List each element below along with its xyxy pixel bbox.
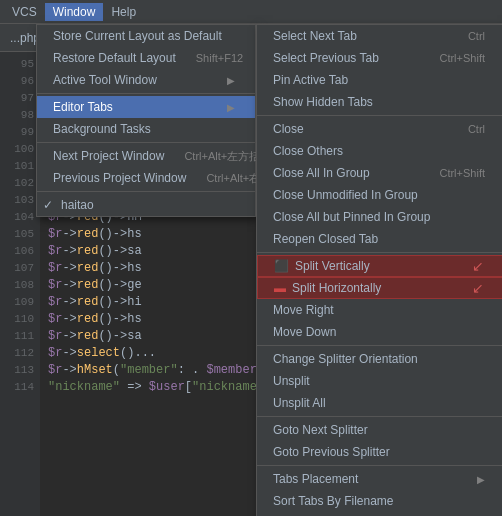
divider [257, 252, 502, 253]
menu-haitao[interactable]: ✓ haitao [37, 194, 255, 216]
menu-next-project[interactable]: Next Project Window Ctrl+Alt+左方括号 [37, 145, 255, 167]
divider [257, 115, 502, 116]
menu-split-vertically[interactable]: ⬛ Split Vertically ↙ [257, 255, 502, 277]
menubar-vcs[interactable]: VCS [4, 3, 45, 21]
menu-close-label: Close [273, 122, 304, 136]
split-vert-icon: ⬛ [274, 259, 289, 273]
split-vert-arrow-icon: ↙ [472, 258, 484, 274]
menu-unsplit-label: Unsplit [273, 374, 310, 388]
menu-move-down[interactable]: Move Down [257, 321, 502, 343]
menubar-help[interactable]: Help [103, 3, 144, 21]
menu-pin-active-tab[interactable]: Pin Active Tab [257, 69, 502, 91]
menu-show-hidden-tabs[interactable]: Show Hidden Tabs [257, 91, 502, 113]
menu-goto-prev-splitter[interactable]: Goto Previous Splitter [257, 441, 502, 463]
menu-next-project-label: Next Project Window [53, 149, 164, 163]
menu-close-all-pinned[interactable]: Close All but Pinned In Group [257, 206, 502, 228]
menu-restore-layout-shortcut: Shift+F12 [196, 52, 243, 64]
menu-open-new-tabs[interactable]: Open New Tabs At The End [257, 512, 502, 516]
menu-goto-prev-splitter-label: Goto Previous Splitter [273, 445, 390, 459]
menu-active-tool-label: Active Tool Window [53, 73, 157, 87]
split-horiz-icon: ▬ [274, 281, 286, 295]
checkmark-icon: ✓ [43, 198, 53, 212]
menu-close-all-group[interactable]: Close All In Group Ctrl+Shift [257, 162, 502, 184]
menu-unsplit-all-label: Unsplit All [273, 396, 326, 410]
divider [37, 191, 255, 192]
menu-restore-layout-label: Restore Default Layout [53, 51, 176, 65]
tabs-placement-arrow-icon: ▶ [477, 474, 485, 485]
menu-sort-tabs-label: Sort Tabs By Filename [273, 494, 394, 508]
window-menu: Store Current Layout as Default Restore … [36, 24, 256, 217]
menu-show-hidden-tabs-label: Show Hidden Tabs [273, 95, 373, 109]
menu-unsplit-all[interactable]: Unsplit All [257, 392, 502, 414]
menu-change-splitter-orientation-label: Change Splitter Orientation [273, 352, 418, 366]
divider [257, 345, 502, 346]
menubar-window[interactable]: Window [45, 3, 104, 21]
menu-select-next-tab-shortcut: Ctrl [468, 30, 485, 42]
active-tool-arrow-icon: ▶ [227, 75, 235, 86]
menu-unsplit[interactable]: Unsplit [257, 370, 502, 392]
line-numbers: 95 96 97 98 99 100 101 102 103 104 105 1… [0, 52, 40, 516]
menu-prev-project-label: Previous Project Window [53, 171, 186, 185]
menu-change-splitter-orientation[interactable]: Change Splitter Orientation [257, 348, 502, 370]
divider [257, 465, 502, 466]
menu-close-unmodified[interactable]: Close Unmodified In Group [257, 184, 502, 206]
menu-sort-tabs[interactable]: Sort Tabs By Filename [257, 490, 502, 512]
split-horiz-arrow-icon: ↙ [472, 280, 484, 296]
menu-reopen-closed-label: Reopen Closed Tab [273, 232, 378, 246]
menu-split-vertically-label: Split Vertically [295, 259, 370, 273]
editor-tabs-arrow-icon: ▶ [227, 102, 235, 113]
menu-split-horizontally-label: Split Horizontally [292, 281, 381, 295]
menu-move-right[interactable]: Move Right [257, 299, 502, 321]
menu-tabs-placement[interactable]: Tabs Placement ▶ [257, 468, 502, 490]
editor-tabs-menu: Select Next Tab Ctrl Select Previous Tab… [256, 24, 502, 516]
menu-close-all-group-label: Close All In Group [273, 166, 370, 180]
menu-close[interactable]: Close Ctrl [257, 118, 502, 140]
menu-store-layout[interactable]: Store Current Layout as Default [37, 25, 255, 47]
menu-reopen-closed[interactable]: Reopen Closed Tab [257, 228, 502, 250]
menu-haitao-label: haitao [61, 198, 94, 212]
menu-select-next-tab-label: Select Next Tab [273, 29, 357, 43]
menu-active-tool[interactable]: Active Tool Window ▶ [37, 69, 255, 91]
divider [37, 142, 255, 143]
menu-close-others[interactable]: Close Others [257, 140, 502, 162]
menu-select-prev-tab[interactable]: Select Previous Tab Ctrl+Shift [257, 47, 502, 69]
menu-close-unmodified-label: Close Unmodified In Group [273, 188, 418, 202]
menu-select-next-tab[interactable]: Select Next Tab Ctrl [257, 25, 502, 47]
menubar: VCS Window Help [0, 0, 502, 24]
menu-editor-tabs[interactable]: Editor Tabs ▶ [37, 96, 255, 118]
menu-goto-next-splitter[interactable]: Goto Next Splitter [257, 419, 502, 441]
menu-select-prev-tab-label: Select Previous Tab [273, 51, 379, 65]
menu-close-shortcut: Ctrl [468, 123, 485, 135]
menu-prev-project[interactable]: Previous Project Window Ctrl+Alt+右方括号 [37, 167, 255, 189]
divider [37, 93, 255, 94]
menu-pin-active-tab-label: Pin Active Tab [273, 73, 348, 87]
menu-move-right-label: Move Right [273, 303, 334, 317]
menu-store-layout-label: Store Current Layout as Default [53, 29, 222, 43]
menu-background-tasks[interactable]: Background Tasks [37, 118, 255, 140]
menu-editor-tabs-label: Editor Tabs [53, 100, 113, 114]
menu-close-all-pinned-label: Close All but Pinned In Group [273, 210, 430, 224]
menu-restore-layout[interactable]: Restore Default Layout Shift+F12 [37, 47, 255, 69]
divider [257, 416, 502, 417]
menu-split-horizontally[interactable]: ▬ Split Horizontally ↙ [257, 277, 502, 299]
menu-background-tasks-label: Background Tasks [53, 122, 151, 136]
menu-select-prev-tab-shortcut: Ctrl+Shift [439, 52, 485, 64]
menu-close-all-group-shortcut: Ctrl+Shift [439, 167, 485, 179]
menu-tabs-placement-label: Tabs Placement [273, 472, 358, 486]
menu-move-down-label: Move Down [273, 325, 336, 339]
menu-close-others-label: Close Others [273, 144, 343, 158]
menu-goto-next-splitter-label: Goto Next Splitter [273, 423, 368, 437]
